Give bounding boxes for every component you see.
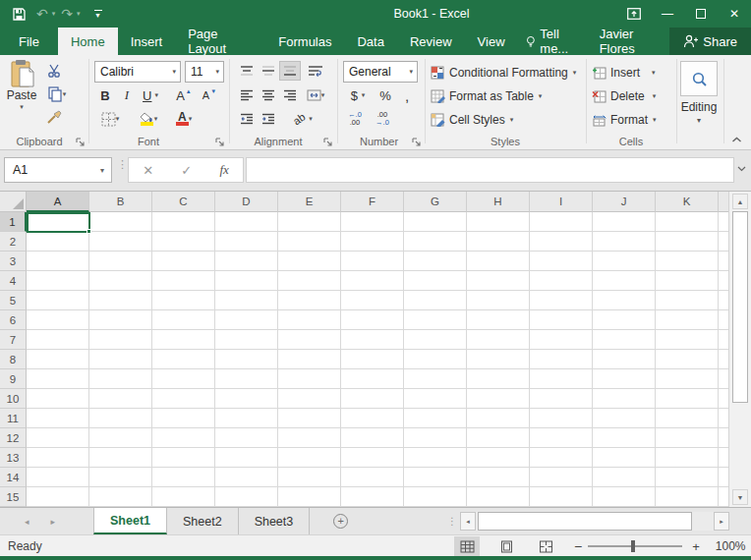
cell-k14[interactable]	[656, 468, 719, 487]
increase-decimal-button[interactable]: ←.0.00	[343, 109, 367, 129]
cell-partial-8[interactable]	[719, 350, 728, 369]
sheet-next-icon[interactable]: ▸	[51, 517, 56, 527]
clipboard-dialog-launcher-icon[interactable]	[75, 137, 86, 147]
sheet-tab-sheet3[interactable]: Sheet3	[239, 508, 311, 534]
cell-a5[interactable]	[27, 291, 89, 310]
row-header-14[interactable]: 14	[0, 468, 27, 487]
cell-h11[interactable]	[467, 409, 530, 428]
column-header-d[interactable]: D	[215, 192, 278, 212]
ribbon-display-options-icon[interactable]	[617, 0, 651, 28]
cell-a13[interactable]	[27, 448, 89, 468]
cell-e14[interactable]	[278, 468, 341, 487]
fill-color-button[interactable]: ▾	[132, 109, 165, 129]
borders-button[interactable]: ▾	[94, 109, 126, 129]
sheet-tab-sheet1[interactable]: Sheet1	[93, 508, 167, 534]
cell-h7[interactable]	[467, 330, 530, 350]
cell-styles-button[interactable]: Cell Styles ▾	[431, 110, 513, 130]
cell-d9[interactable]	[215, 369, 278, 389]
comma-style-button[interactable]: ,	[396, 85, 418, 105]
new-sheet-button[interactable]: +	[333, 514, 348, 529]
tab-file[interactable]: File	[0, 28, 58, 55]
cell-g1[interactable]	[404, 212, 467, 232]
minimize-button[interactable]: —	[651, 0, 684, 28]
column-header-h[interactable]: H	[467, 192, 530, 212]
cell-h15[interactable]	[467, 487, 530, 507]
cell-c9[interactable]	[152, 369, 215, 389]
scroll-up-icon[interactable]: ▲	[732, 194, 748, 209]
row-header-3[interactable]: 3	[0, 252, 27, 271]
tell-me-box[interactable]: Tell me...	[518, 27, 590, 56]
cell-i13[interactable]	[530, 448, 593, 468]
zoom-out-button[interactable]: −	[568, 538, 588, 554]
zoom-slider[interactable]	[588, 545, 682, 547]
format-as-table-button[interactable]: Format as Table ▾	[431, 86, 542, 106]
cell-d5[interactable]	[215, 291, 278, 310]
cell-f5[interactable]	[341, 291, 404, 310]
cell-partial-4[interactable]	[719, 271, 728, 291]
cell-c1[interactable]	[152, 212, 215, 232]
tab-review[interactable]: Review	[397, 28, 465, 55]
wrap-text-button[interactable]	[303, 61, 328, 81]
insert-cells-button[interactable]: Insert ▾	[592, 63, 656, 83]
align-center-button[interactable]	[258, 85, 279, 105]
cell-c10[interactable]	[152, 389, 215, 409]
cell-f13[interactable]	[341, 448, 404, 468]
borders-dropdown-icon[interactable]: ▾	[116, 115, 120, 123]
bold-button[interactable]: B	[94, 85, 116, 105]
align-right-button[interactable]	[279, 85, 301, 105]
cell-d2[interactable]	[215, 232, 278, 252]
cell-f14[interactable]	[341, 468, 404, 487]
column-header-k[interactable]: K	[656, 192, 719, 212]
cell-h3[interactable]	[467, 252, 530, 271]
cell-g7[interactable]	[404, 330, 467, 350]
row-header-15[interactable]: 15	[0, 487, 27, 507]
cell-b14[interactable]	[89, 468, 152, 487]
formula-bar-dots-icon[interactable]: ⋮	[117, 162, 128, 167]
cell-e10[interactable]	[278, 389, 341, 409]
cell-i14[interactable]	[530, 468, 593, 487]
cell-k1[interactable]	[656, 212, 719, 232]
row-header-10[interactable]: 10	[0, 389, 27, 409]
font-size-combo[interactable]: 11▾	[185, 61, 224, 83]
zoom-slider-thumb[interactable]	[631, 540, 635, 552]
row-header-5[interactable]: 5	[0, 291, 27, 310]
row-header-12[interactable]: 12	[0, 428, 27, 448]
tab-data[interactable]: Data	[344, 28, 396, 55]
cell-c12[interactable]	[152, 428, 215, 448]
cell-i12[interactable]	[530, 428, 593, 448]
cell-j5[interactable]	[593, 291, 656, 310]
cell-j11[interactable]	[593, 409, 656, 428]
close-button[interactable]: ✕	[718, 0, 751, 28]
cell-j12[interactable]	[593, 428, 656, 448]
cell-g9[interactable]	[404, 369, 467, 389]
column-header-e[interactable]: E	[278, 192, 341, 212]
alignment-dialog-launcher-icon[interactable]	[322, 137, 333, 147]
font-dialog-launcher-icon[interactable]	[214, 137, 225, 147]
cell-d8[interactable]	[215, 350, 278, 369]
cell-j14[interactable]	[593, 468, 656, 487]
hscroll-left-icon[interactable]: ◂	[460, 512, 476, 531]
cell-i3[interactable]	[530, 252, 593, 271]
enter-icon[interactable]: ✓	[181, 163, 192, 178]
accounting-format-button[interactable]: $ ▾	[343, 85, 373, 105]
cell-g10[interactable]	[404, 389, 467, 409]
cell-d7[interactable]	[215, 330, 278, 350]
cell-a14[interactable]	[27, 468, 89, 487]
cell-i4[interactable]	[530, 271, 593, 291]
increase-indent-button[interactable]	[258, 109, 279, 129]
row-header-6[interactable]: 6	[0, 310, 27, 330]
vertical-scroll-thumb[interactable]	[732, 211, 748, 403]
cell-e5[interactable]	[278, 291, 341, 310]
sheet-prev-icon[interactable]: ◂	[25, 517, 29, 527]
cell-b10[interactable]	[89, 389, 152, 409]
cell-j15[interactable]	[593, 487, 656, 507]
copy-button[interactable]: ▾	[41, 84, 73, 104]
cell-i11[interactable]	[530, 409, 593, 428]
cell-b3[interactable]	[89, 252, 152, 271]
cell-f9[interactable]	[341, 369, 404, 389]
cell-c8[interactable]	[152, 350, 215, 369]
cell-j8[interactable]	[593, 350, 656, 369]
cell-i10[interactable]	[530, 389, 593, 409]
row-header-9[interactable]: 9	[0, 369, 27, 389]
cell-j7[interactable]	[593, 330, 656, 350]
